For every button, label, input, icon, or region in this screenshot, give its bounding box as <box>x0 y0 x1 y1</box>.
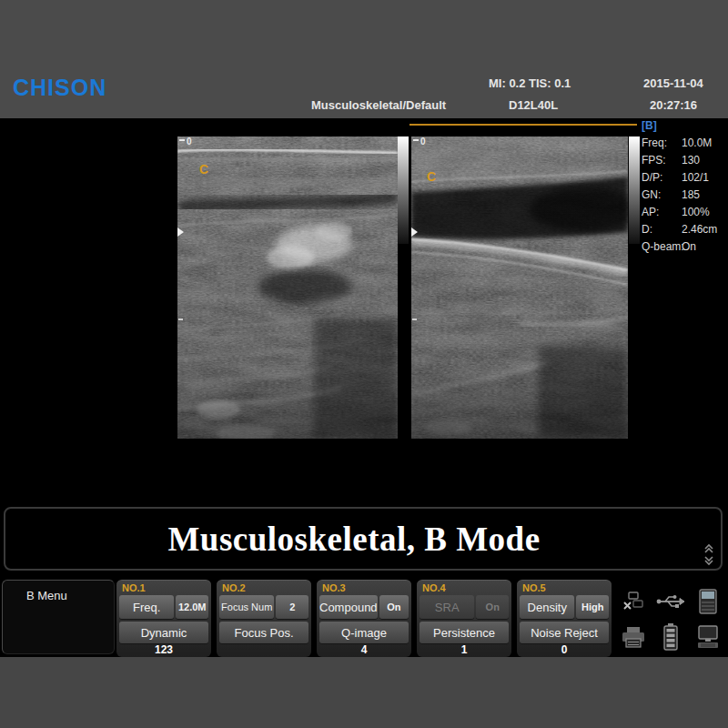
mode-badge: [B] <box>642 119 728 132</box>
network-disconnected-icon <box>622 592 644 612</box>
param-row: AP:100% <box>642 204 728 221</box>
panel-number: NO.1 <box>122 582 146 593</box>
panel-number: NO.5 <box>522 582 546 593</box>
header-bar: CHISON MI: 0.2 TIS: 0.1 2015-11-04 Muscu… <box>0 0 728 118</box>
soft-menu-panel-2: NO.2 Focus Num 2 Focus Pos. <box>217 580 311 657</box>
param-row: FPS:130 <box>642 152 728 169</box>
param-label: Freq: <box>642 135 682 152</box>
param-value: 102/1 <box>682 171 709 184</box>
persistence-value: 1 <box>417 643 511 656</box>
depth-zero-marker: 0 <box>179 136 192 147</box>
density-button[interactable]: Density <box>520 595 574 619</box>
chison-logo: CHISON <box>13 75 106 101</box>
sra-value: On <box>476 595 509 619</box>
time-readout: 20:27:16 <box>650 98 697 112</box>
b-menu-label: B Menu <box>26 589 67 602</box>
image-parameter-panel: [B] Freq:10.0M FPS:130 D/P:102/1 GN:185 … <box>642 119 728 256</box>
ultrasound-image-left[interactable]: 0 C <box>177 136 398 439</box>
density-value[interactable]: High <box>576 595 609 619</box>
active-image-indicator <box>410 124 637 126</box>
ultrasound-texture <box>177 136 398 439</box>
param-row: D:2.46cm <box>642 221 728 238</box>
orientation-marker: C <box>199 162 208 177</box>
noise-reject-button[interactable]: Noise Reject <box>520 622 609 643</box>
ultrasound-texture <box>411 136 628 439</box>
probe-readout: D12L40L <box>509 98 558 112</box>
b-menu-panel[interactable]: B Menu <box>2 580 115 654</box>
compound-value[interactable]: On <box>379 595 409 619</box>
param-value: 185 <box>682 188 700 201</box>
param-value: 130 <box>682 154 700 167</box>
mi-tis-readout: MI: 0.2 TIS: 0.1 <box>489 76 571 90</box>
banner-pager <box>703 542 715 567</box>
mode-banner: Musculoskeletal, B Mode <box>4 507 723 571</box>
q-image-value: 4 <box>317 643 411 656</box>
focus-num-button[interactable]: Focus Num <box>219 595 274 619</box>
workstation-icon <box>695 625 721 649</box>
focus-num-value[interactable]: 2 <box>276 595 308 619</box>
date-readout: 2015-11-04 <box>643 76 703 90</box>
grayscale-bar-right <box>629 136 640 244</box>
hard-disk-icon <box>698 589 718 614</box>
mode-banner-title: Musculoskeletal, B Mode <box>5 520 703 559</box>
freq-button[interactable]: Freq. <box>119 595 174 619</box>
param-value: 100% <box>682 206 710 218</box>
usb-icon <box>656 593 685 610</box>
grayscale-bar-left <box>398 136 409 244</box>
sra-button: SRA <box>420 595 474 619</box>
dynamic-button[interactable]: Dynamic <box>119 622 208 643</box>
panel-number: NO.3 <box>322 582 346 593</box>
double-chevron-up-icon[interactable] <box>703 543 714 554</box>
soft-menu-panel-3: NO.3 Compound On Q-image 4 <box>317 580 411 657</box>
focus-position-marker <box>411 228 418 237</box>
preset-readout: Musculoskeletal/Default <box>311 98 446 112</box>
param-value: 10.0M <box>682 136 712 149</box>
param-label: GN: <box>642 187 682 204</box>
param-row: Freq:10.0M <box>642 135 728 152</box>
orientation-marker: C <box>427 169 436 184</box>
compound-button[interactable]: Compound <box>319 595 378 619</box>
ultrasound-image-right[interactable]: 0 C <box>411 136 628 439</box>
depth-tick <box>178 318 183 320</box>
param-label: D: <box>642 221 682 238</box>
depth-tick <box>413 139 419 141</box>
status-icon-tray <box>615 583 726 654</box>
panel-number: NO.2 <box>222 582 246 593</box>
printer-icon <box>621 626 646 648</box>
param-row: D/P:102/1 <box>642 169 728 187</box>
depth-tick <box>412 318 417 320</box>
persistence-button[interactable]: Persistence <box>420 622 509 643</box>
param-value: 2.46cm <box>682 223 717 236</box>
param-value: On <box>682 240 696 253</box>
battery-icon <box>662 623 679 651</box>
noise-reject-value: 0 <box>517 643 612 656</box>
panel-number: NO.4 <box>422 582 446 593</box>
depth-zero-marker: 0 <box>413 136 426 147</box>
param-label: AP: <box>642 204 682 221</box>
focus-pos-button[interactable]: Focus Pos. <box>219 622 308 643</box>
param-label: D/P: <box>642 169 682 187</box>
dynamic-value: 123 <box>116 643 211 656</box>
freq-value[interactable]: 12.0M <box>176 595 208 619</box>
param-label: Q-beam: <box>642 238 682 256</box>
double-chevron-down-icon[interactable] <box>703 555 714 566</box>
param-row: Q-beam:On <box>642 238 728 256</box>
focus-position-marker <box>177 228 184 237</box>
param-label: FPS: <box>642 152 682 169</box>
soft-menu-panel-5: NO.5 Density High Noise Reject 0 <box>517 580 612 657</box>
soft-menu-panel-4: NO.4 SRA On Persistence 1 <box>417 580 511 657</box>
soft-menu-panel-1: NO.1 Freq. 12.0M Dynamic 123 <box>116 580 211 657</box>
q-image-button[interactable]: Q-image <box>319 622 409 643</box>
footer-strip <box>0 657 728 728</box>
depth-tick <box>179 139 185 141</box>
param-row: GN:185 <box>642 187 728 204</box>
